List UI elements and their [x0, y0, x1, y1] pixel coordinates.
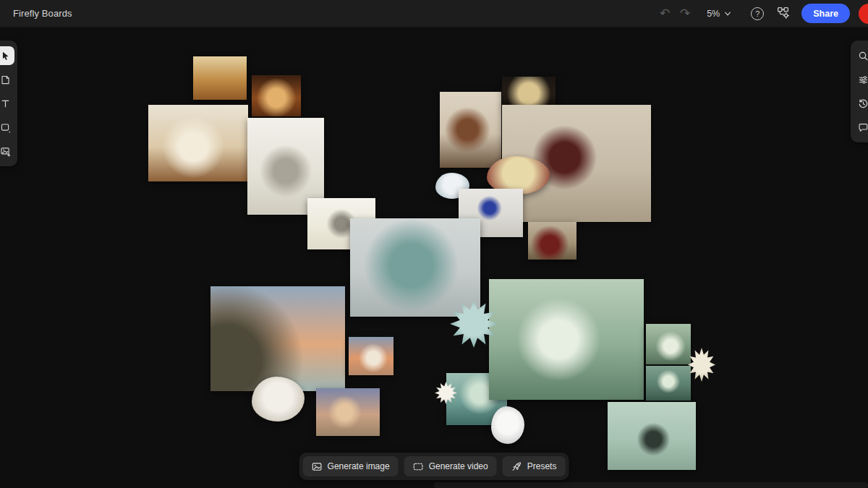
- presets-button[interactable]: Presets: [503, 456, 566, 476]
- note-icon: [0, 74, 11, 85]
- sunlit-path-image[interactable]: [646, 366, 691, 401]
- adjust-tool[interactable]: [854, 70, 868, 89]
- top-bar: Firefly Boards ↶ ↷ 5% ? Share: [0, 0, 868, 27]
- comment-icon: [858, 122, 868, 133]
- desert-dunes-image[interactable]: [193, 56, 247, 100]
- zoom-level: 5%: [707, 9, 720, 19]
- text-icon: [0, 98, 11, 109]
- select-tool[interactable]: [0, 46, 14, 65]
- avatar[interactable]: [859, 4, 868, 24]
- help-icon: ?: [755, 9, 760, 18]
- shapes-tool[interactable]: [0, 118, 14, 137]
- undo-button[interactable]: ↶: [655, 4, 675, 24]
- button-label: Presets: [527, 461, 557, 471]
- redo-button[interactable]: ↷: [675, 4, 695, 24]
- daisy-sunset-image[interactable]: [349, 337, 393, 375]
- media-icon: [0, 146, 11, 157]
- tree-house-image[interactable]: [608, 402, 696, 470]
- video-icon: [413, 461, 424, 472]
- green-courtyard-image[interactable]: [646, 324, 691, 364]
- history-tool[interactable]: [854, 94, 868, 113]
- text-tool[interactable]: [0, 94, 14, 113]
- garden-glasshouse-image[interactable]: [489, 279, 644, 400]
- undo-icon: ↶: [660, 7, 670, 20]
- cursor-icon: [0, 51, 11, 61]
- workflow-icon: [777, 7, 789, 21]
- redo-icon: ↷: [680, 7, 690, 20]
- seascape-sunset-image[interactable]: [210, 286, 345, 391]
- desert-arch-image[interactable]: [252, 75, 301, 116]
- presets-icon: [511, 461, 522, 472]
- search-icon: [858, 51, 868, 61]
- arch-pavilion-image[interactable]: [148, 105, 248, 181]
- workflow-button[interactable]: [773, 4, 793, 24]
- cream-flower-cutout[interactable]: [688, 348, 715, 382]
- white-vase-cutout[interactable]: [252, 377, 305, 421]
- left-toolbar: [0, 40, 17, 166]
- red-carnations-image[interactable]: [528, 222, 576, 260]
- media-tool[interactable]: [0, 142, 14, 160]
- glass-vase-image[interactable]: [440, 92, 501, 168]
- frame-icon: [0, 122, 11, 133]
- flower-in-bowl-cutout[interactable]: [491, 406, 524, 444]
- comments-tool[interactable]: [854, 118, 868, 137]
- zoom-selector[interactable]: 5%: [707, 9, 732, 19]
- horizontal-scrollbar[interactable]: [434, 482, 868, 488]
- chevron-down-icon: [723, 9, 732, 18]
- share-label: Share: [813, 9, 838, 19]
- adjust-icon: [858, 74, 868, 85]
- red-cups-image[interactable]: [502, 77, 556, 107]
- history-icon: [858, 98, 868, 109]
- right-toolbar: [851, 40, 868, 142]
- image-icon: [312, 461, 323, 472]
- search-tool[interactable]: [854, 46, 868, 65]
- topbar-actions: ↶ ↷ 5% ? Share: [655, 0, 868, 27]
- app-title: Firefly Boards: [13, 8, 72, 19]
- glass-dahlia-image[interactable]: [350, 218, 480, 317]
- share-button[interactable]: Share: [801, 4, 850, 23]
- button-label: Generate video: [429, 461, 488, 471]
- board-canvas[interactable]: [0, 27, 868, 488]
- templates-tool[interactable]: [0, 70, 14, 89]
- generate-toolbar: Generate imageGenerate videoPresets: [299, 453, 569, 480]
- generate-video-button[interactable]: Generate video: [404, 456, 497, 476]
- help-button[interactable]: ?: [751, 7, 764, 20]
- button-label: Generate image: [328, 461, 390, 471]
- beach-dusk-image[interactable]: [316, 388, 380, 436]
- generate-image-button[interactable]: Generate image: [303, 456, 399, 476]
